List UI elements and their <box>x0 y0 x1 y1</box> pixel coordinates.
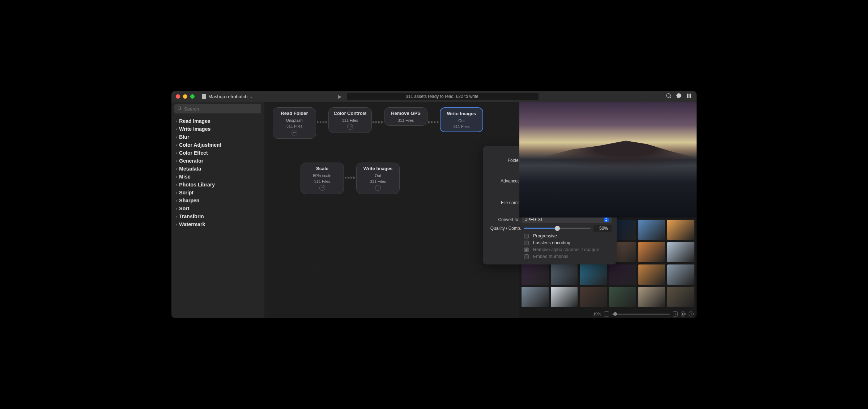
thumbnail[interactable] <box>551 287 578 307</box>
status-bar: 311 assets ready to read, 622 to write. <box>347 93 539 100</box>
maximize-button[interactable] <box>190 94 195 99</box>
chevron-right-icon: › <box>176 215 177 219</box>
node-title: Read Folder <box>275 111 314 116</box>
node-menu-button[interactable]: ⋯ <box>292 130 297 135</box>
remove-alpha-checkbox[interactable]: ✓ <box>524 247 529 252</box>
chat-icon[interactable] <box>676 92 682 100</box>
preview-image[interactable] <box>519 102 697 218</box>
thumbnail[interactable] <box>638 264 665 285</box>
sidebar-category[interactable]: ›Sort <box>174 204 261 212</box>
chevron-right-icon: › <box>176 207 177 211</box>
search-input[interactable] <box>174 104 261 113</box>
thumbnail[interactable] <box>667 287 694 307</box>
sidebar-category[interactable]: ›Script <box>174 189 261 197</box>
node-menu-button[interactable]: ⋯ <box>375 185 381 191</box>
sidebar-category[interactable]: ›Sharpen <box>174 197 261 204</box>
sidebar-category[interactable]: ›Read Images <box>174 117 261 125</box>
node-write-images-selected[interactable]: Write Images Out 311 Files <box>440 107 483 132</box>
chevron-right-icon: › <box>176 151 177 155</box>
node-scale[interactable]: Scale 50% scale 311 Files ⋯ <box>301 163 344 194</box>
thumbnail[interactable] <box>638 242 665 262</box>
minimize-button[interactable] <box>183 94 187 99</box>
lossless-checkbox[interactable] <box>524 241 529 245</box>
node-subtitle: Out <box>359 173 397 178</box>
thumbnail[interactable] <box>580 287 607 307</box>
connector <box>345 176 356 179</box>
svg-line-1 <box>670 97 671 98</box>
document-title[interactable]: Mashup.retrobatch ⌄ <box>202 94 253 99</box>
search-icon[interactable] <box>665 92 672 100</box>
library-icon[interactable] <box>686 92 692 100</box>
convert-label: Convert to: <box>488 217 519 222</box>
category-label: Generator <box>179 158 203 164</box>
node-color-controls[interactable]: Color Controls 311 Files ⋯ <box>328 107 372 133</box>
thumbnail[interactable] <box>522 287 549 307</box>
contrast-icon[interactable]: ◐ <box>681 311 686 317</box>
embed-thumb-checkbox[interactable] <box>524 254 529 259</box>
node-title: Write Images <box>443 111 480 116</box>
workflow-canvas[interactable]: Read Folder Unsplash 311 Files ⋯ Color C… <box>264 102 519 318</box>
thumbnail[interactable] <box>551 264 578 285</box>
connector <box>428 121 439 124</box>
category-label: Script <box>179 190 193 195</box>
thumbnail[interactable] <box>609 264 636 285</box>
sidebar-category[interactable]: ›Blur <box>174 133 261 141</box>
search-field[interactable] <box>184 106 258 112</box>
sidebar-category[interactable]: ›Generator <box>174 157 261 165</box>
node-menu-button[interactable]: ⋯ <box>319 185 325 191</box>
preview-footer: 19% − + ◐ i <box>519 310 697 318</box>
document-icon <box>202 94 206 99</box>
sidebar-category[interactable]: ›Transform <box>174 212 261 220</box>
chevron-right-icon: › <box>176 183 177 187</box>
category-label: Sharpen <box>179 198 199 203</box>
thumbnail[interactable] <box>638 287 665 307</box>
zoom-thumb[interactable] <box>613 312 617 316</box>
sidebar-category[interactable]: ›Photos Library <box>174 181 261 189</box>
quality-label: Quallity / Comp. <box>488 226 521 231</box>
node-title: Scale <box>303 166 341 171</box>
advanced-label: Advanced: <box>488 178 521 184</box>
category-label: Sort <box>179 206 189 211</box>
thumbnail[interactable] <box>580 264 607 285</box>
zoom-slider[interactable] <box>612 314 670 315</box>
sidebar-category[interactable]: ›Write Images <box>174 125 261 133</box>
zoom-out-button[interactable]: − <box>604 311 609 317</box>
svg-point-2 <box>178 107 181 109</box>
progressive-checkbox[interactable] <box>524 234 529 238</box>
chevron-right-icon: › <box>176 167 177 171</box>
convert-value: JPEG-XL <box>525 217 543 222</box>
slider-thumb[interactable] <box>555 226 560 231</box>
thumbnail[interactable] <box>522 264 549 285</box>
close-button[interactable] <box>176 94 180 99</box>
node-filecount: 311 Files <box>359 179 397 184</box>
sidebar-category[interactable]: ›Color Adjustment <box>174 141 261 149</box>
node-subtitle: 50% scale <box>303 173 341 178</box>
zoom-in-button[interactable]: + <box>673 311 678 317</box>
node-read-folder[interactable]: Read Folder Unsplash 311 Files ⋯ <box>273 107 316 139</box>
svg-line-3 <box>180 109 182 110</box>
category-label: Misc <box>179 174 190 180</box>
node-write-images-2[interactable]: Write Images Out 311 Files ⋯ <box>356 163 400 194</box>
quality-slider[interactable] <box>524 228 591 229</box>
play-button[interactable]: ▶ <box>338 94 342 99</box>
node-menu-button[interactable]: ⋯ <box>347 124 353 130</box>
remove-alpha-label: Remove alpha channel if opaque <box>533 247 599 252</box>
toolbar-right <box>665 92 692 100</box>
content: ›Read Images›Write Images›Blur›Color Adj… <box>171 102 697 318</box>
quality-value[interactable]: 50% <box>593 225 612 232</box>
sidebar-category[interactable]: ›Color Effect <box>174 149 261 157</box>
thumbnail[interactable] <box>667 220 694 240</box>
thumbnail[interactable] <box>638 220 665 240</box>
node-filecount: 311 Files <box>331 118 369 122</box>
thumbnail[interactable] <box>667 264 694 285</box>
info-icon[interactable]: i <box>689 311 694 317</box>
thumbnail[interactable] <box>667 242 694 262</box>
node-remove-gps[interactable]: Remove GPS 311 Files <box>384 107 427 126</box>
sidebar-category[interactable]: ›Misc <box>174 173 261 181</box>
sidebar-category[interactable]: ›Metadata <box>174 165 261 173</box>
category-label: Metadata <box>179 166 201 172</box>
sidebar-category[interactable]: ›Watermark <box>174 220 261 228</box>
thumbnail[interactable] <box>609 287 636 307</box>
category-label: Watermark <box>179 221 205 227</box>
chevron-right-icon: › <box>176 135 177 139</box>
